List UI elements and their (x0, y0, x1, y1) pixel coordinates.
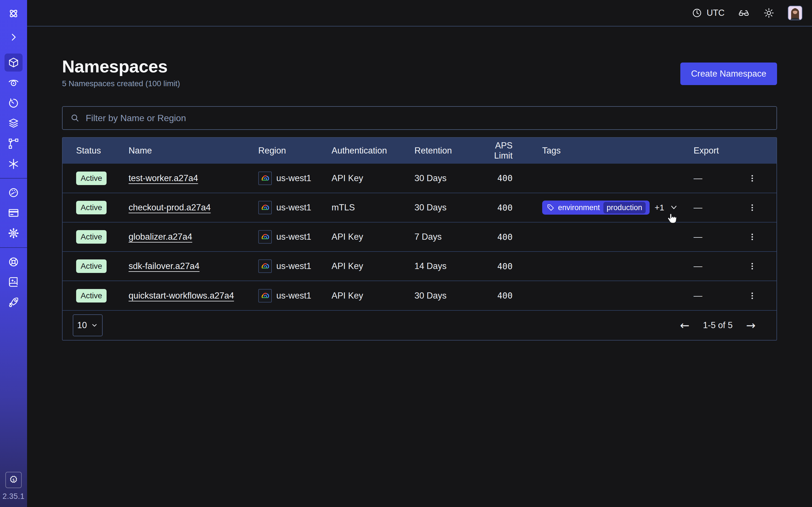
timezone-selector[interactable]: UTC (691, 7, 725, 18)
credits-button[interactable]: $ (5, 472, 22, 488)
lifebuoy-icon (7, 256, 20, 268)
namespace-link[interactable]: quickstart-workflows.a27a4 (129, 291, 234, 300)
aps-limit-cell: 400 (476, 281, 515, 310)
tags-expand-button[interactable] (669, 203, 678, 212)
tag-value: production (603, 202, 646, 214)
export-value: — (694, 261, 702, 271)
sidebar-item-usage[interactable] (0, 182, 27, 203)
region-label: us-west1 (276, 232, 311, 242)
expand-sidebar-button[interactable] (0, 27, 27, 47)
export-value: — (694, 173, 702, 183)
row-menu-button[interactable] (745, 230, 759, 244)
sidebar-item-schedules[interactable] (0, 93, 27, 113)
sidebar-divider (0, 178, 27, 179)
column-export: Export (690, 138, 727, 164)
kebab-icon (748, 203, 756, 212)
kebab-icon (748, 174, 756, 182)
rocket-icon (7, 296, 20, 309)
main-content: Namespaces 5 Namespaces created (100 lim… (27, 26, 812, 507)
sidebar-divider (0, 247, 27, 248)
tag-more-count[interactable]: +1 (655, 203, 664, 212)
sidebar-item-billing[interactable] (0, 203, 27, 223)
sun-icon (763, 7, 775, 19)
avatar[interactable] (788, 6, 802, 20)
prev-page-button[interactable]: ← (680, 320, 690, 331)
namespace-link[interactable]: globalizer.a27a4 (129, 232, 192, 242)
sidebar-item-batch[interactable] (0, 154, 27, 174)
cube-icon (7, 56, 20, 69)
next-page-button[interactable]: → (746, 320, 756, 331)
gauge-icon (7, 186, 20, 199)
gcp-logo-icon (258, 201, 272, 214)
glasses-icon (738, 7, 750, 19)
topbar: UTC (27, 0, 812, 26)
auth-cell: API Key (328, 251, 411, 281)
page-title: Namespaces (62, 56, 180, 76)
page-size-select[interactable]: 10 (73, 314, 103, 336)
clock-icon (691, 7, 703, 18)
tag-chip[interactable]: environment production (542, 201, 650, 215)
region-label: us-west1 (276, 261, 311, 271)
export-value: — (694, 203, 702, 212)
page-range: 1-5 of 5 (703, 320, 732, 330)
row-menu-button[interactable] (745, 171, 759, 185)
eye-icon (7, 76, 20, 89)
status-badge: Active (76, 172, 107, 185)
sidebar-item-workflows[interactable] (0, 133, 27, 154)
table-footer: 10 ← 1-5 of 5 → (63, 310, 776, 340)
column-status: Status (63, 138, 125, 164)
namespace-link[interactable]: test-worker.a27a4 (129, 173, 198, 183)
sidebar-item-support[interactable] (0, 252, 27, 272)
chevron-down-icon (669, 203, 678, 212)
filter-input[interactable] (86, 113, 769, 123)
aps-limit-cell: 400 (476, 193, 515, 222)
asterisk-icon (7, 158, 20, 170)
table-row: Active globalizer.a27a4 us-west1 API K (63, 222, 777, 251)
kebab-icon (748, 262, 756, 270)
row-menu-button[interactable] (745, 289, 759, 303)
region-label: us-west1 (276, 291, 311, 301)
feedback-button[interactable] (738, 7, 750, 19)
chevron-right-icon (8, 32, 18, 42)
sidebar-item-insights[interactable] (0, 73, 27, 93)
filter-bar (62, 106, 777, 130)
export-cell: — (690, 222, 727, 251)
namespace-link[interactable]: sdk-failover.a27a4 (129, 261, 200, 271)
region-label: us-west1 (276, 203, 311, 213)
sidebar-item-getting-started[interactable] (0, 292, 27, 313)
temporal-logo-icon[interactable] (0, 0, 27, 27)
column-tags: Tags (515, 138, 690, 164)
column-region: Region (255, 138, 328, 164)
timer-icon (7, 97, 20, 109)
retention-cell: 14 Days (411, 251, 476, 281)
table-row: Active checkout-prod.a27a4 us-west1 mT (63, 193, 777, 222)
sidebar-item-settings[interactable] (0, 223, 27, 243)
table-row: Active quickstart-workflows.a27a4 us-wes… (63, 281, 777, 310)
create-namespace-button[interactable]: Create Namespace (680, 62, 777, 85)
gcp-logo-icon (258, 260, 272, 273)
column-name: Name (125, 138, 255, 164)
table-header: Status Name Region Authentication Retent… (63, 138, 777, 164)
gcp-logo-icon (258, 289, 272, 302)
namespaces-table: Status Name Region Authentication Retent… (62, 137, 777, 341)
chevron-down-icon (91, 322, 98, 329)
export-cell: — (690, 281, 727, 310)
table-row: Active test-worker.a27a4 us-west1 API (63, 164, 777, 193)
row-menu-button[interactable] (745, 201, 759, 215)
column-authentication: Authentication (328, 138, 411, 164)
sidebar-item-namespaces[interactable] (0, 52, 27, 73)
app-version: 2.35.1 (3, 492, 24, 501)
layers-icon (7, 117, 20, 129)
status-badge: Active (76, 260, 107, 273)
pagination: ← 1-5 of 5 → (680, 320, 756, 331)
theme-toggle-button[interactable] (763, 7, 775, 19)
export-cell: — (690, 251, 727, 281)
namespace-link[interactable]: checkout-prod.a27a4 (129, 203, 211, 212)
retention-cell: 30 Days (411, 164, 476, 193)
row-menu-button[interactable] (745, 259, 759, 273)
timezone-label: UTC (707, 8, 725, 18)
retention-cell: 7 Days (411, 222, 476, 251)
avatar-image (788, 6, 802, 20)
sidebar-item-docs[interactable] (0, 272, 27, 292)
sidebar-item-deployments[interactable] (0, 113, 27, 133)
